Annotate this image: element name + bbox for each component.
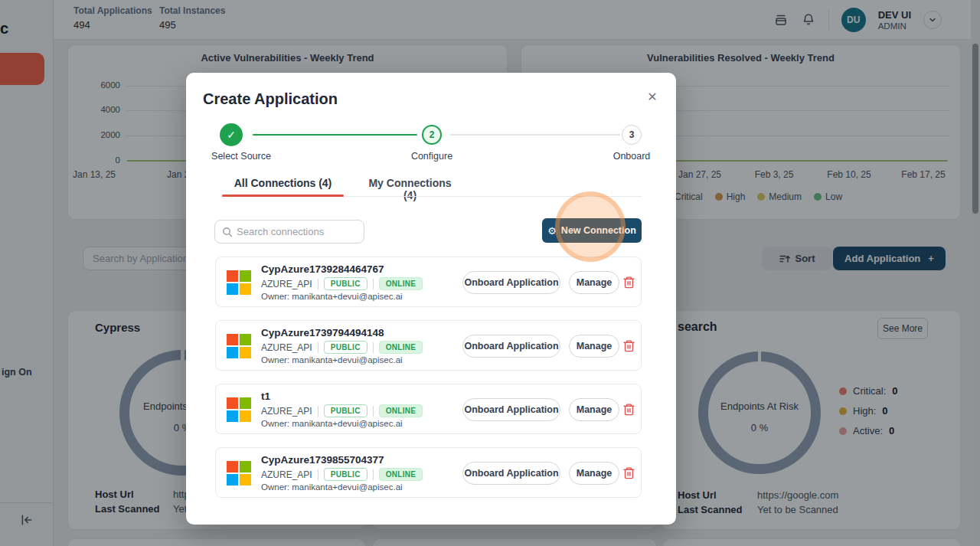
search-connections-field	[214, 220, 364, 244]
active-tab-underline	[222, 195, 344, 197]
step-1-done: ✓	[220, 123, 243, 146]
connection-row: CypAzure1739794494148 AZURE_API PUBLIC O…	[215, 320, 642, 371]
trash-icon[interactable]	[622, 339, 636, 353]
connection-owner: Owner: manikanta+devui@apisec.ai	[261, 292, 403, 301]
tab-my-connections[interactable]: My Connections (4)	[362, 177, 458, 201]
manage-button[interactable]: Manage	[569, 398, 619, 421]
onboard-application-button[interactable]: Onboard Application	[462, 462, 560, 485]
connection-meta: AZURE_API PUBLIC ONLINE	[261, 468, 423, 481]
connection-meta: AZURE_API PUBLIC ONLINE	[261, 277, 423, 290]
search-icon	[222, 227, 233, 237]
step-label-select-source: Select Source	[195, 151, 287, 162]
create-application-modal: Create Application ✕ ✓ 2 3 Select Source…	[186, 73, 676, 525]
connection-owner: Owner: manikanta+devui@apisec.ai	[261, 482, 403, 492]
azure-icon	[227, 461, 251, 486]
connection-meta: AZURE_API PUBLIC ONLINE	[261, 341, 423, 354]
connection-name: t1	[261, 391, 270, 402]
connection-row: t1 AZURE_API PUBLIC ONLINE Owner: manika…	[215, 384, 642, 434]
step-connector-done	[253, 134, 417, 136]
connection-owner: Owner: manikanta+devui@apisec.ai	[261, 355, 403, 365]
onboard-application-button[interactable]: Onboard Application	[462, 271, 560, 294]
public-badge: PUBLIC	[324, 277, 368, 290]
online-badge: ONLINE	[379, 404, 423, 417]
public-badge: PUBLIC	[324, 404, 368, 417]
connection-owner: Owner: manikanta+devui@apisec.ai	[261, 419, 403, 428]
onboard-application-button[interactable]: Onboard Application	[462, 398, 560, 421]
tab-all-connections[interactable]: All Connections (4)	[222, 177, 344, 189]
connection-name: CypAzure1739284464767	[261, 263, 384, 275]
step-label-onboard: Onboard	[593, 151, 670, 162]
connection-name: CypAzure1739794494148	[261, 327, 384, 338]
azure-icon	[227, 334, 251, 358]
check-icon: ✓	[227, 129, 236, 141]
online-badge: ONLINE	[379, 277, 423, 290]
search-connections-input[interactable]	[237, 221, 359, 243]
online-badge: ONLINE	[379, 468, 423, 481]
connection-name: CypAzure1739855704377	[261, 454, 384, 466]
step-label-configure: Configure	[394, 151, 470, 162]
trash-icon[interactable]	[622, 276, 636, 289]
step-2-active: 2	[422, 125, 442, 145]
manage-button[interactable]: Manage	[569, 271, 619, 294]
trash-icon[interactable]	[622, 466, 636, 480]
public-badge: PUBLIC	[324, 341, 368, 354]
public-badge: PUBLIC	[324, 468, 368, 481]
manage-button[interactable]: Manage	[569, 462, 619, 485]
new-connection-button[interactable]: ⚙ New Connection	[542, 218, 642, 243]
connection-row: CypAzure1739284464767 AZURE_API PUBLIC O…	[215, 257, 642, 307]
online-badge: ONLINE	[379, 341, 423, 354]
azure-icon	[227, 397, 251, 422]
manage-button[interactable]: Manage	[569, 335, 619, 358]
close-icon[interactable]: ✕	[642, 87, 662, 106]
step-connector-pending	[450, 134, 620, 136]
step-3-upcoming: 3	[622, 125, 642, 145]
gear-icon: ⚙	[547, 226, 557, 236]
onboard-application-button[interactable]: Onboard Application	[462, 335, 560, 358]
azure-icon	[227, 270, 251, 295]
trash-icon[interactable]	[622, 403, 636, 417]
modal-title: Create Application	[203, 90, 338, 108]
connection-row: CypAzure1739855704377 AZURE_API PUBLIC O…	[215, 447, 642, 498]
connection-meta: AZURE_API PUBLIC ONLINE	[261, 404, 423, 417]
